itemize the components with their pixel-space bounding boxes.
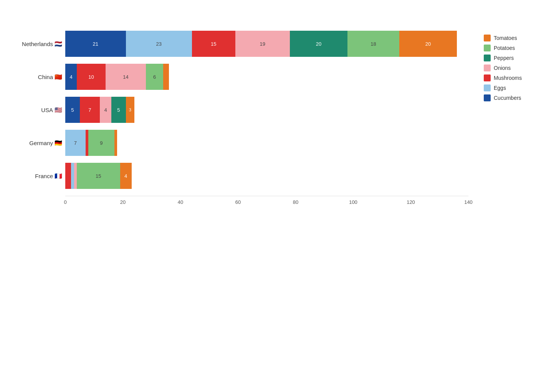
legend-item-onions: Onions	[484, 65, 545, 71]
segment-label: 19	[260, 41, 265, 47]
country-row-france: France 🇫🇷154	[15, 163, 468, 189]
bar-segment-cucumbers: 4	[65, 64, 77, 90]
bar-segment-potatoes: 15	[77, 163, 120, 189]
bar-wrapper: 79	[65, 130, 117, 156]
legend-label-text: Tomatoes	[494, 35, 517, 41]
x-tick: 60	[235, 199, 241, 205]
segment-label: 4	[124, 173, 127, 179]
bar-segment-peppers: 20	[290, 31, 347, 57]
legend-color-swatch	[484, 94, 491, 101]
x-axis: 020406080100120140	[65, 199, 468, 208]
legend: TomatoesPotatoesPeppersOnionsMushroomsEg…	[484, 35, 545, 101]
country-row-germany: Germany 🇩🇪79	[15, 130, 468, 156]
bar-segment-mushrooms: 7	[80, 97, 100, 123]
chart-rows: Netherlands 🇳🇱21231519201820China 🇨🇳4101…	[15, 31, 468, 196]
legend-item-cucumbers: Cucumbers	[484, 94, 545, 101]
legend-label-text: Mushrooms	[494, 75, 522, 81]
legend-label-text: Eggs	[494, 85, 506, 91]
legend-label-text: Onions	[494, 65, 511, 71]
bar-segment-potatoes: 9	[88, 130, 114, 156]
bar-wrapper: 410146	[65, 64, 169, 90]
bar-segment-onions: 14	[106, 64, 146, 90]
x-tick: 80	[293, 199, 298, 205]
segment-label: 15	[211, 41, 216, 47]
segment-label: 5	[117, 107, 120, 113]
segment-label: 7	[74, 140, 77, 146]
segment-label: 14	[123, 74, 128, 80]
x-tick: 0	[64, 199, 66, 205]
country-name: China	[38, 74, 53, 80]
segment-label: 3	[129, 108, 131, 112]
legend-label-text: Peppers	[494, 55, 514, 61]
bar-segment-mushrooms	[86, 130, 89, 156]
country-row-usa: USA 🇺🇸57453	[15, 97, 468, 123]
bar-wrapper: 154	[65, 163, 132, 189]
bar-segment-mushrooms	[65, 163, 71, 189]
country-label: France 🇫🇷	[15, 172, 65, 180]
legend-label-text: Cucumbers	[494, 95, 521, 101]
bar-segment-tomatoes: 20	[399, 31, 457, 57]
country-label: China 🇨🇳	[15, 73, 65, 81]
segment-label: 20	[316, 41, 321, 47]
legend-color-swatch	[484, 65, 491, 71]
bar-segment-tomatoes	[163, 64, 169, 90]
bar-segment-onions: 4	[100, 97, 111, 123]
bar-segment-tomatoes	[114, 130, 117, 156]
segment-label: 7	[88, 107, 91, 113]
country-name: Netherlands	[22, 41, 53, 47]
country-flag: 🇨🇳	[55, 73, 62, 81]
segment-label: 6	[153, 74, 156, 80]
segment-label: 20	[425, 41, 431, 47]
country-flag: 🇺🇸	[55, 106, 62, 114]
bar-segment-potatoes: 6	[146, 64, 163, 90]
x-tick: 140	[464, 199, 473, 205]
bar-segment-cucumbers: 21	[65, 31, 126, 57]
legend-color-swatch	[484, 35, 491, 41]
bar-segment-onions	[74, 163, 77, 189]
legend-label-text: Potatoes	[494, 45, 515, 51]
country-name: Germany	[29, 140, 53, 146]
bar-segment-tomatoes: 4	[120, 163, 132, 189]
segment-label: 21	[93, 41, 98, 47]
legend-color-swatch	[484, 74, 491, 81]
bar-segment-mushrooms: 15	[192, 31, 235, 57]
bar-segment-potatoes: 18	[347, 31, 399, 57]
bar-segment-eggs: 7	[65, 130, 86, 156]
country-name: France	[35, 173, 53, 179]
legend-color-swatch	[484, 45, 491, 51]
segment-label: 15	[96, 173, 101, 179]
chart-container: Netherlands 🇳🇱21231519201820China 🇨🇳4101…	[15, 31, 544, 208]
bar-segment-peppers: 5	[111, 97, 126, 123]
country-flag: 🇫🇷	[55, 172, 62, 180]
x-tick: 40	[178, 199, 183, 205]
x-axis-line	[65, 196, 468, 196]
legend-item-peppers: Peppers	[484, 55, 545, 61]
bar-segment-eggs: 23	[126, 31, 192, 57]
x-tick: 100	[349, 199, 357, 205]
segment-label: 9	[100, 140, 103, 146]
legend-item-potatoes: Potatoes	[484, 45, 545, 51]
x-tick: 20	[120, 199, 126, 205]
segment-label: 18	[370, 41, 376, 47]
country-row-china: China 🇨🇳410146	[15, 64, 468, 90]
bar-wrapper: 57453	[65, 97, 134, 123]
country-name: USA	[41, 107, 53, 113]
bar-segment-onions: 19	[235, 31, 290, 57]
legend-item-mushrooms: Mushrooms	[484, 74, 545, 81]
bar-segment-eggs	[71, 163, 74, 189]
bar-segment-tomatoes: 3	[126, 97, 135, 123]
chart-area: Netherlands 🇳🇱21231519201820China 🇨🇳4101…	[15, 31, 468, 208]
legend-color-swatch	[484, 84, 491, 91]
x-tick: 120	[407, 199, 415, 205]
bar-segment-mushrooms: 10	[77, 64, 106, 90]
segment-label: 5	[71, 107, 74, 113]
legend-item-eggs: Eggs	[484, 84, 545, 91]
segment-label: 4	[104, 107, 107, 113]
country-label: Netherlands 🇳🇱	[15, 40, 65, 48]
country-row-netherlands: Netherlands 🇳🇱21231519201820	[15, 31, 468, 57]
bar-wrapper: 21231519201820	[65, 31, 457, 57]
segment-label: 23	[156, 41, 162, 47]
bar-segment-cucumbers: 5	[65, 97, 80, 123]
segment-label: 4	[69, 74, 72, 80]
legend-item-tomatoes: Tomatoes	[484, 35, 545, 41]
